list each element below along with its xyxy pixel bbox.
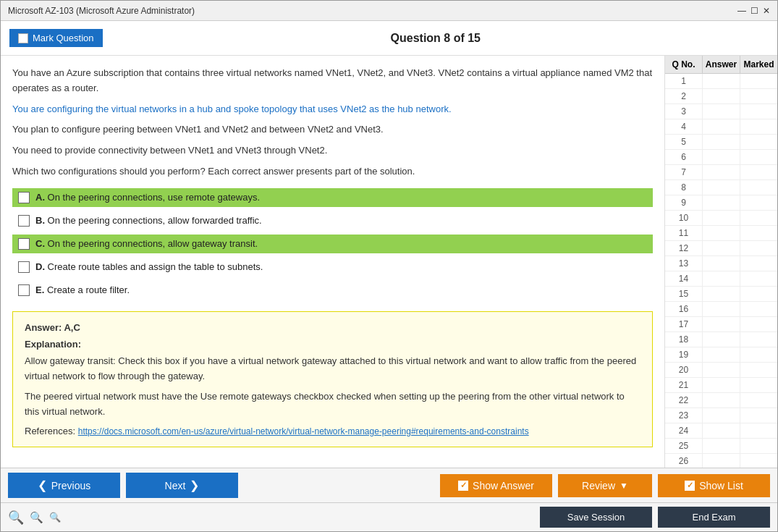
- sidebar-cell-answer: [703, 226, 740, 240]
- sidebar-cell-marked: [740, 165, 777, 180]
- sidebar-row[interactable]: 20: [665, 363, 777, 378]
- zoom-out-icon[interactable]: 🔍: [8, 510, 24, 525]
- next-label: Next: [165, 480, 186, 491]
- zoom-normal-icon[interactable]: 🔍: [30, 511, 43, 524]
- sidebar-cell-marked: [740, 439, 777, 453]
- option-b-checkbox[interactable]: [18, 215, 30, 227]
- sidebar-row[interactable]: 3: [665, 104, 777, 119]
- minimize-button[interactable]: —: [737, 6, 746, 16]
- mark-checkbox-icon: [18, 33, 28, 43]
- sidebar-cell-qno: 21: [665, 378, 703, 392]
- sidebar-row[interactable]: 15: [665, 287, 777, 302]
- option-d-checkbox[interactable]: [18, 261, 30, 273]
- sidebar: Q No. Answer Marked 1 2 3 4 5 6: [665, 56, 777, 468]
- sidebar-cell-marked: [740, 226, 777, 240]
- sidebar-cell-answer: [703, 119, 740, 134]
- option-e-row[interactable]: E. Create a route filter.: [12, 281, 653, 300]
- bottom-bar: ❮ Previous Next ❯ Show Answer Review ▼ S…: [1, 468, 777, 502]
- show-list-button[interactable]: Show List: [658, 474, 770, 497]
- option-e-checkbox[interactable]: [18, 284, 30, 296]
- sidebar-row[interactable]: 4: [665, 119, 777, 135]
- sidebar-row[interactable]: 9: [665, 195, 777, 211]
- sidebar-row[interactable]: 2: [665, 89, 777, 104]
- sidebar-cell-answer: [703, 317, 740, 332]
- sidebar-cell-answer: [703, 302, 740, 316]
- ref-label: References:: [25, 426, 75, 436]
- sidebar-row[interactable]: 22: [665, 393, 777, 408]
- sidebar-cell-answer: [703, 256, 740, 271]
- sidebar-cell-marked: [740, 74, 777, 88]
- option-a-row[interactable]: A. On the peering connections, use remot…: [12, 188, 653, 207]
- sidebar-row[interactable]: 10: [665, 211, 777, 226]
- sidebar-row[interactable]: 5: [665, 135, 777, 150]
- option-c-text: C. On the peering connections, allow gat…: [35, 238, 258, 249]
- sidebar-cell-marked: [740, 89, 777, 104]
- option-a-text: A. On the peering connections, use remot…: [35, 192, 260, 203]
- sidebar-cell-qno: 15: [665, 287, 703, 301]
- sidebar-row[interactable]: 8: [665, 180, 777, 195]
- sidebar-row[interactable]: 19: [665, 347, 777, 363]
- sidebar-row[interactable]: 18: [665, 332, 777, 347]
- sidebar-row[interactable]: 11: [665, 226, 777, 241]
- toolbar: Mark Question Question 8 of 15: [1, 21, 777, 56]
- sidebar-row[interactable]: 7: [665, 165, 777, 180]
- sidebar-cell-marked: [740, 423, 777, 438]
- sidebar-row[interactable]: 17: [665, 317, 777, 332]
- option-b-text: B. On the peering connections, allow for…: [35, 215, 262, 226]
- option-c-checkbox[interactable]: [18, 238, 30, 250]
- window-title: Microsoft AZ-103 (Microsoft Azure Admini…: [8, 6, 195, 16]
- sidebar-cell-qno: 13: [665, 256, 703, 271]
- sidebar-cell-marked: [740, 363, 777, 377]
- sidebar-row[interactable]: 16: [665, 302, 777, 317]
- sidebar-cell-answer: [703, 439, 740, 453]
- sidebar-row[interactable]: 12: [665, 241, 777, 256]
- option-c-row[interactable]: C. On the peering connections, allow gat…: [12, 235, 653, 253]
- maximize-button[interactable]: ☐: [750, 6, 758, 16]
- option-b-row[interactable]: B. On the peering connections, allow for…: [12, 211, 653, 230]
- show-answer-checkbox-icon: [458, 481, 468, 491]
- sidebar-row[interactable]: 23: [665, 408, 777, 423]
- q-paragraph-5: Which two configurations should you perf…: [12, 164, 653, 180]
- sidebar-row[interactable]: 14: [665, 271, 777, 287]
- options-list: A. On the peering connections, use remot…: [12, 188, 653, 300]
- ref-link[interactable]: https://docs.microsoft.com/en-us/azure/v…: [78, 426, 529, 436]
- mark-question-button[interactable]: Mark Question: [9, 29, 103, 47]
- sidebar-row[interactable]: 26: [665, 454, 777, 468]
- sidebar-row[interactable]: 25: [665, 439, 777, 454]
- option-a-checkbox[interactable]: [18, 192, 30, 203]
- previous-button[interactable]: ❮ Previous: [8, 473, 120, 498]
- sidebar-cell-marked: [740, 393, 777, 408]
- sidebar-cell-answer: [703, 347, 740, 362]
- zoom-in-icon[interactable]: 🔍: [49, 512, 61, 523]
- sidebar-cell-qno: 11: [665, 226, 703, 240]
- save-session-button[interactable]: Save Session: [540, 507, 652, 528]
- answer-box: Answer: A,C Explanation: Allow gateway t…: [12, 311, 653, 447]
- review-button[interactable]: Review ▼: [558, 474, 652, 497]
- explanation-label: Explanation:: [25, 339, 640, 350]
- sidebar-row[interactable]: 24: [665, 423, 777, 439]
- q-paragraph-2: You are configuring the virtual networks…: [12, 102, 653, 117]
- option-d-text: D. Create route tables and assign the ta…: [35, 261, 263, 272]
- end-exam-button[interactable]: End Exam: [658, 507, 770, 528]
- option-d-row[interactable]: D. Create route tables and assign the ta…: [12, 258, 653, 276]
- sidebar-cell-marked: [740, 332, 777, 347]
- sidebar-cell-answer: [703, 271, 740, 286]
- sidebar-cell-answer: [703, 408, 740, 423]
- show-answer-button[interactable]: Show Answer: [440, 474, 552, 497]
- sidebar-row[interactable]: 1: [665, 74, 777, 89]
- sidebar-cell-answer: [703, 74, 740, 88]
- sidebar-cell-answer: [703, 195, 740, 210]
- sidebar-cell-qno: 20: [665, 363, 703, 377]
- sidebar-cell-qno: 3: [665, 104, 703, 119]
- sidebar-row[interactable]: 6: [665, 150, 777, 165]
- sidebar-row[interactable]: 21: [665, 378, 777, 393]
- question-title: Question 8 of 15: [103, 32, 769, 45]
- prev-arrow-icon: ❮: [38, 478, 47, 492]
- close-button[interactable]: ✕: [763, 6, 770, 16]
- next-button[interactable]: Next ❯: [126, 473, 238, 498]
- sidebar-cell-marked: [740, 211, 777, 225]
- sidebar-row[interactable]: 13: [665, 256, 777, 271]
- sidebar-cell-marked: [740, 180, 777, 195]
- previous-label: Previous: [51, 480, 90, 491]
- sidebar-cell-qno: 19: [665, 347, 703, 362]
